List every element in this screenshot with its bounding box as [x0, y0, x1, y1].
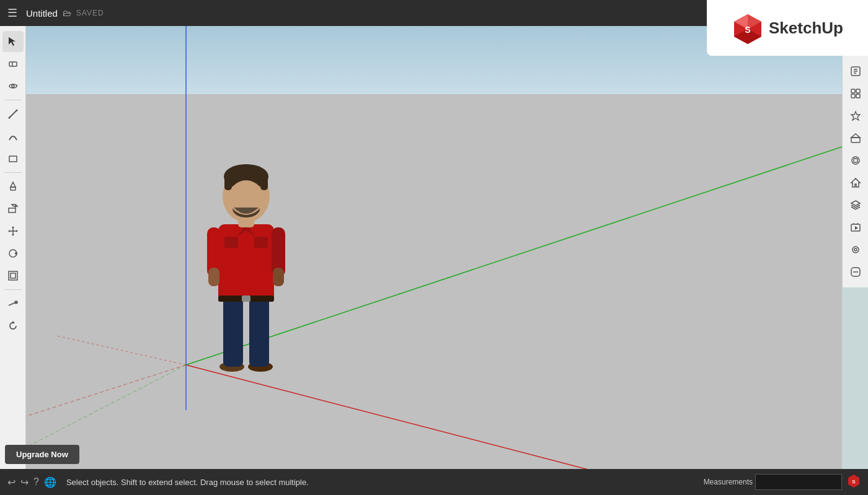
tool-extension-warehouse[interactable]	[845, 150, 866, 171]
tool-follow-me[interactable]	[2, 243, 24, 264]
svg-line-38	[57, 336, 186, 365]
human-figure	[206, 128, 286, 376]
svg-line-34	[186, 365, 634, 469]
svg-rect-66	[851, 94, 855, 98]
svg-marker-25	[16, 230, 18, 232]
tool-line[interactable]	[2, 103, 24, 125]
upgrade-now-button[interactable]: Upgrade Now	[5, 445, 79, 464]
svg-rect-46	[254, 237, 268, 248]
svg-rect-59	[242, 296, 250, 302]
axis-lines	[26, 26, 842, 469]
svg-rect-67	[856, 94, 860, 98]
tool-rotate[interactable]	[2, 315, 24, 336]
svg-rect-54	[224, 175, 232, 190]
svg-rect-49	[208, 268, 219, 286]
tool-3d-warehouse[interactable]	[845, 128, 866, 149]
tool-tape[interactable]	[2, 293, 24, 314]
svg-marker-68	[851, 112, 860, 120]
help-button[interactable]: ?	[33, 476, 39, 488]
tool-match-photo[interactable]	[845, 239, 866, 260]
svg-marker-74	[851, 201, 860, 206]
tool-entity-info[interactable]	[845, 61, 866, 82]
svg-text:S: S	[852, 479, 856, 484]
redo-button[interactable]: ↪	[20, 476, 29, 488]
tool-orbit[interactable]	[2, 76, 24, 97]
svg-line-37	[26, 365, 186, 447]
tool-push-pull[interactable]	[2, 198, 24, 219]
saved-status: SAVED	[76, 9, 104, 17]
tool-components[interactable]	[845, 83, 866, 104]
sketchup-logo-icon: S	[732, 12, 764, 44]
svg-point-13	[16, 110, 17, 112]
sketchup-logo: S SketchUp	[707, 0, 868, 56]
tool-arc[interactable]	[2, 126, 24, 147]
svg-rect-50	[273, 268, 284, 286]
tool-eraser[interactable]	[2, 53, 24, 74]
svg-marker-22	[12, 226, 14, 228]
tool-rectangle[interactable]	[2, 148, 24, 169]
svg-rect-6	[9, 62, 17, 66]
left-toolbar	[0, 26, 26, 469]
svg-rect-69	[851, 138, 860, 142]
menu-icon[interactable]: ☰	[7, 6, 17, 20]
viewport[interactable]	[26, 26, 842, 469]
svg-rect-72	[854, 159, 857, 162]
sketchup-bottom-icon: S	[847, 474, 861, 491]
svg-marker-73	[851, 178, 860, 187]
svg-rect-14	[9, 156, 17, 162]
svg-marker-5	[9, 37, 16, 46]
measurements-label: Measurements	[704, 478, 753, 486]
svg-rect-41	[223, 296, 243, 367]
svg-rect-17	[9, 208, 16, 212]
svg-point-12	[8, 117, 10, 119]
tool-paint[interactable]	[2, 176, 24, 197]
svg-marker-70	[851, 134, 860, 138]
svg-rect-43	[218, 224, 274, 302]
svg-text:S: S	[745, 25, 750, 35]
save-icon[interactable]: 🗁	[63, 8, 71, 18]
svg-rect-42	[249, 296, 269, 367]
svg-point-79	[852, 247, 859, 253]
svg-line-11	[9, 110, 17, 118]
tool-home[interactable]	[845, 172, 866, 193]
measurements-input[interactable]	[755, 474, 842, 490]
tool-move[interactable]	[2, 221, 24, 242]
document-title: Untitled	[26, 8, 58, 19]
status-message: Select objects. Shift to extend select. …	[66, 478, 704, 487]
bottom-bar: ↩ ↪ ? 🌐 Select objects. Shift to extend …	[0, 469, 868, 495]
svg-point-71	[852, 157, 859, 164]
globe-icon[interactable]: 🌐	[44, 476, 56, 488]
logo-text: SketchUp	[769, 19, 843, 38]
undo-button[interactable]: ↩	[7, 476, 16, 488]
svg-rect-28	[9, 271, 17, 280]
svg-marker-78	[855, 226, 858, 230]
svg-marker-18	[12, 204, 17, 206]
svg-point-27	[15, 252, 17, 255]
svg-rect-55	[260, 175, 268, 190]
svg-rect-64	[851, 89, 855, 93]
svg-marker-32	[11, 321, 15, 323]
svg-rect-65	[856, 89, 860, 93]
svg-point-80	[854, 248, 857, 251]
right-toolbar	[842, 56, 868, 287]
svg-marker-24	[8, 230, 10, 232]
svg-rect-29	[11, 273, 16, 278]
svg-line-35	[26, 365, 186, 416]
tool-scenes[interactable]	[845, 217, 866, 238]
svg-point-9	[12, 85, 14, 87]
svg-rect-45	[224, 237, 238, 248]
svg-marker-15	[11, 182, 16, 187]
tool-soften[interactable]	[845, 261, 866, 283]
svg-rect-16	[11, 187, 16, 190]
tool-select[interactable]	[2, 31, 24, 52]
tool-styles[interactable]	[845, 105, 866, 126]
svg-marker-23	[12, 234, 14, 236]
tool-offset[interactable]	[2, 265, 24, 286]
tool-layers[interactable]	[845, 195, 866, 216]
